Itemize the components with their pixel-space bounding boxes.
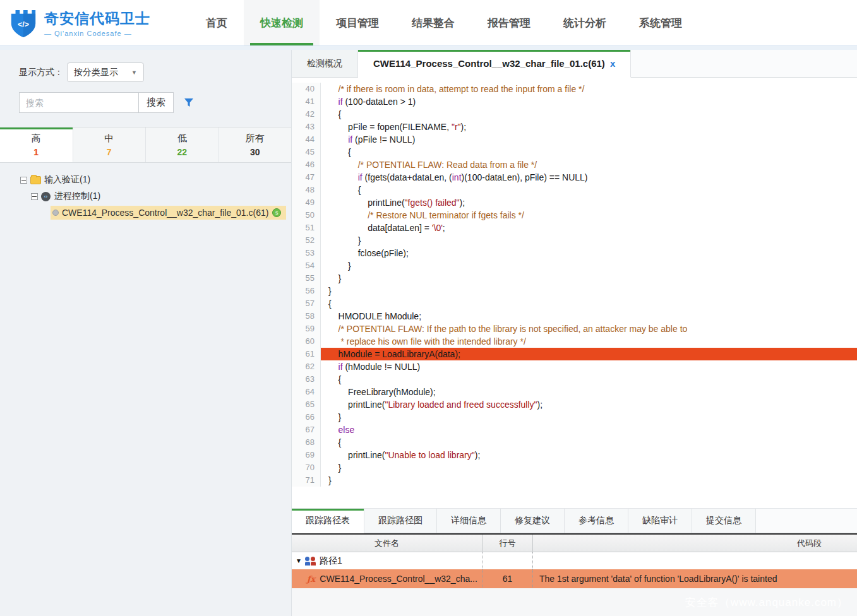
trace-row[interactable]: ƒxCWE114_Process_Control__w32_cha...61Th… — [292, 569, 857, 588]
folder-icon — [30, 176, 41, 184]
severity-tab-label: 低 — [146, 133, 219, 145]
search-input[interactable] — [19, 92, 139, 113]
code-text: } — [321, 259, 857, 272]
severity-tab-中[interactable]: 中7 — [73, 127, 147, 162]
line-number: 67 — [292, 424, 321, 436]
severity-tab-所有[interactable]: 所有30 — [219, 127, 292, 162]
severity-tab-高[interactable]: 高1 — [0, 127, 73, 162]
line-number: 44 — [292, 133, 321, 146]
code-line[interactable]: 65 printLine("Library loaded and freed s… — [292, 398, 857, 411]
line-number: 57 — [292, 297, 321, 310]
nav-item-统计分析[interactable]: 统计分析 — [547, 0, 623, 45]
code-line[interactable]: 44 if (pFile != NULL) — [292, 133, 857, 146]
detail-tab-缺陷审计[interactable]: 缺陷审计 — [628, 509, 692, 533]
detail-tab-跟踪路径图[interactable]: 跟踪路径图 — [364, 509, 437, 533]
code-line[interactable]: 64 FreeLibrary(hModule); — [292, 386, 857, 398]
code-line[interactable]: 63 { — [292, 373, 857, 386]
code-line[interactable]: 50 /* Restore NUL terminator if fgets fa… — [292, 209, 857, 222]
code-line[interactable]: 58 HMODULE hModule; — [292, 310, 857, 323]
code-line[interactable]: 46 /* POTENTIAL FLAW: Read data from a f… — [292, 158, 857, 171]
code-line[interactable]: 47 if (fgets(data+dataLen, (int)(100-dat… — [292, 171, 857, 184]
code-line[interactable]: 62 if (hModule != NULL) — [292, 360, 857, 373]
code-line[interactable]: 43 pFile = fopen(FILENAME, "r"); — [292, 121, 857, 133]
code-text: { — [321, 436, 857, 449]
close-icon[interactable]: x — [610, 58, 615, 69]
code-line-highlighted[interactable]: 61 hModule = LoadLibraryA(data); — [292, 348, 857, 360]
code-text: if (100-dataLen > 1) — [321, 95, 857, 108]
code-viewer: 40 /* if there is room in data, attempt … — [292, 78, 857, 508]
code-line[interactable]: 59 /* POTENTIAL FLAW: If the path to the… — [292, 323, 857, 335]
nav-item-系统管理[interactable]: 系统管理 — [623, 0, 698, 45]
column-header: 行号 — [482, 535, 533, 552]
code-line[interactable]: 40 /* if there is room in data, attempt … — [292, 83, 857, 95]
code-line[interactable]: 54 } — [292, 259, 857, 272]
svg-text:</>: </> — [18, 20, 29, 29]
code-line[interactable]: 56} — [292, 285, 857, 297]
collapse-icon[interactable] — [31, 193, 38, 200]
nav-item-快速检测[interactable]: 快速检测 — [244, 0, 320, 45]
watermark-text: 安全客（www.anquanke.com） — [685, 595, 848, 610]
nav-item-结果整合[interactable]: 结果整合 — [395, 0, 471, 45]
display-mode-select[interactable]: 按分类显示 ▼ — [67, 62, 144, 82]
path-group-row[interactable]: ▼路径1 — [292, 552, 857, 569]
doc-tab-label: 检测概况 — [307, 58, 342, 69]
code-line[interactable]: 68 { — [292, 436, 857, 449]
code-text: * replace his own file with the intended… — [321, 335, 857, 348]
doc-tab[interactable]: CWE114_Process_Control__w32_char_file_01… — [358, 50, 631, 78]
code-text: if (hModule != NULL) — [321, 360, 857, 373]
display-mode-label: 显示方式： — [19, 67, 63, 78]
code-text: } — [321, 272, 857, 285]
line-number: 59 — [292, 323, 321, 335]
search-button[interactable]: 搜索 — [138, 92, 174, 113]
detail-tab-详细信息[interactable]: 详细信息 — [437, 509, 501, 533]
tree-selected-item[interactable]: CWE114_Process_Control__w32_char_file_01… — [51, 206, 286, 220]
detail-tab-参考信息[interactable]: 参考信息 — [565, 509, 628, 533]
code-text: if (pFile != NULL) — [321, 133, 857, 146]
tree-node-label: 进程控制(1) — [54, 191, 100, 202]
detail-tab-修复建议[interactable]: 修复建议 — [501, 509, 565, 533]
collapse-icon[interactable] — [20, 177, 27, 184]
code-line[interactable]: 67 else — [292, 424, 857, 436]
defect-dot-icon — [52, 210, 59, 216]
line-number: 55 — [292, 272, 321, 285]
code-line[interactable]: 71} — [292, 474, 857, 487]
detail-tab-跟踪路径表[interactable]: 跟踪路径表 — [292, 509, 364, 533]
filter-icon[interactable] — [184, 98, 194, 107]
severity-tab-低[interactable]: 低22 — [146, 127, 219, 162]
code-line[interactable]: 55 } — [292, 272, 857, 285]
code-text: data[dataLen] = '\0'; — [321, 222, 857, 234]
tree-node[interactable]: ‹›进程控制(1) — [0, 188, 291, 204]
tree-node[interactable]: CWE114_Process_Control__w32_char_file_01… — [0, 204, 291, 221]
code-line[interactable]: 66 } — [292, 411, 857, 424]
line-number: 66 — [292, 411, 321, 424]
code-line[interactable]: 70 } — [292, 461, 857, 474]
brand-logo[interactable]: </> 奇安信代码卫士 — Qi'anxin Codesafe — — [0, 0, 189, 45]
code-line[interactable]: 69 printLine("Unable to load library"); — [292, 449, 857, 461]
code-line[interactable]: 60 * replace his own file with the inten… — [292, 335, 857, 348]
code-line[interactable]: 51 data[dataLen] = '\0'; — [292, 222, 857, 234]
caret-down-icon[interactable]: ▼ — [296, 557, 302, 564]
line-number: 56 — [292, 285, 321, 297]
nav-item-报告管理[interactable]: 报告管理 — [471, 0, 547, 45]
code-text: HMODULE hModule; — [321, 310, 857, 323]
nav-item-首页[interactable]: 首页 — [189, 0, 244, 45]
code-line[interactable]: 57{ — [292, 297, 857, 310]
tree-node[interactable]: 输入验证(1) — [0, 172, 291, 188]
code-line[interactable]: 42 { — [292, 108, 857, 121]
code-line[interactable]: 41 if (100-dataLen > 1) — [292, 95, 857, 108]
code-line[interactable]: 52 } — [292, 234, 857, 247]
severity-tab-count: 22 — [146, 147, 219, 157]
line-number: 41 — [292, 95, 321, 108]
table-header-row: 文件名行号代码段 — [292, 535, 857, 552]
code-line[interactable]: 53 fclose(pFile); — [292, 247, 857, 259]
detail-tab-提交信息[interactable]: 提交信息 — [692, 509, 756, 533]
line-number: 62 — [292, 360, 321, 373]
nav-item-项目管理[interactable]: 项目管理 — [320, 0, 395, 45]
code-line[interactable]: 48 { — [292, 184, 857, 196]
doc-tab[interactable]: 检测概况 — [292, 50, 358, 77]
line-number: 51 — [292, 222, 321, 234]
code-text: printLine("Library loaded and freed succ… — [321, 398, 857, 411]
code-line[interactable]: 45 { — [292, 146, 857, 158]
code-line[interactable]: 49 printLine("fgets() failed"); — [292, 196, 857, 209]
code-text: { — [321, 108, 857, 121]
